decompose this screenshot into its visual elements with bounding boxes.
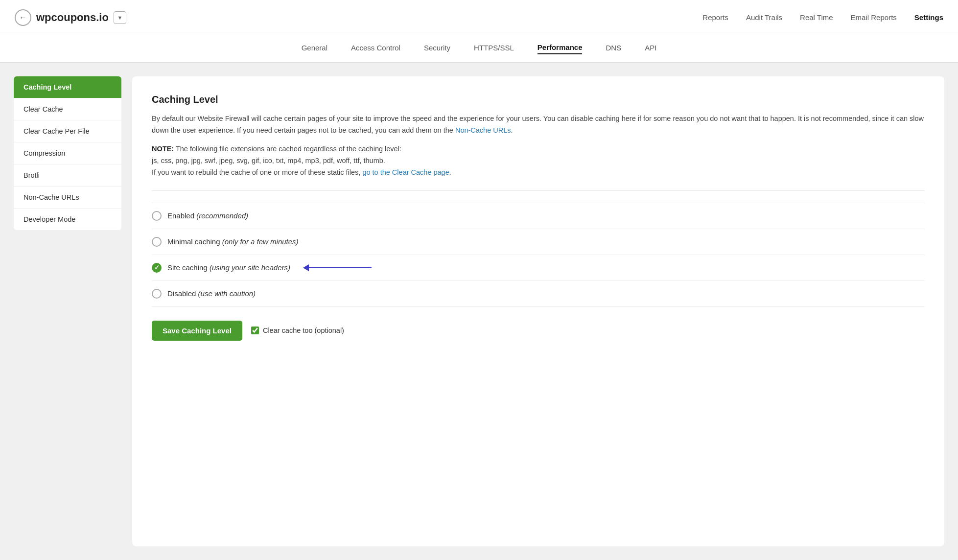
radio-enabled-indicator [152,211,162,221]
radio-site-caching[interactable]: Site caching (using your site headers) [152,255,925,281]
radio-minimal-label: Minimal caching (only for a few minutes) [167,237,299,246]
radio-site-caching-label: Site caching (using your site headers) [167,263,290,272]
site-dropdown-button[interactable]: ▼ [114,11,126,24]
header: ← wpcoupons.io ▼ Reports Audit Trails Re… [0,0,958,35]
section-divider [152,190,925,191]
nav-email-reports[interactable]: Email Reports [851,13,897,22]
sidebar-item-developer-mode[interactable]: Developer Mode [14,209,121,230]
tab-api[interactable]: API [645,44,656,54]
radio-enabled[interactable]: Enabled (recommended) [152,203,925,229]
clear-cache-checkbox-text: Clear cache too (optional) [263,327,344,334]
site-caching-arrow [303,264,372,271]
clear-cache-checkbox[interactable] [251,327,259,334]
radio-minimal-caching[interactable]: Minimal caching (only for a few minutes) [152,229,925,255]
radio-enabled-label: Enabled (recommended) [167,211,248,220]
tab-https-ssl[interactable]: HTTPS/SSL [474,44,514,54]
non-cache-urls-link[interactable]: Non-Cache URLs [455,126,511,134]
clear-cache-checkbox-label[interactable]: Clear cache too (optional) [251,327,344,334]
radio-site-caching-indicator [152,263,162,273]
main-layout: Caching Level Clear Cache Clear Cache Pe… [0,63,958,560]
nav-settings[interactable]: Settings [914,13,943,22]
tab-security[interactable]: Security [424,44,450,54]
arrow-line [308,267,372,268]
nav-real-time[interactable]: Real Time [800,13,833,22]
sidebar-item-brotli[interactable]: Brotli [14,164,121,187]
save-caching-level-button[interactable]: Save Caching Level [152,321,242,341]
radio-minimal-indicator [152,237,162,247]
sidebar-item-clear-cache[interactable]: Clear Cache [14,98,121,120]
tab-access-control[interactable]: Access Control [351,44,400,54]
sidebar-item-compression[interactable]: Compression [14,142,121,164]
tab-dns[interactable]: DNS [606,44,621,54]
header-left: ← wpcoupons.io ▼ [15,9,702,26]
sidebar: Caching Level Clear Cache Clear Cache Pe… [14,76,121,230]
content-note: NOTE: The following file extensions are … [152,143,925,179]
clear-cache-page-link[interactable]: go to the Clear Cache page [362,168,449,176]
sidebar-item-non-cache-urls[interactable]: Non-Cache URLs [14,187,121,209]
content-description: By default our Website Firewall will cac… [152,113,925,137]
tab-general[interactable]: General [302,44,327,54]
radio-disabled-label: Disabled (use with caution) [167,289,256,298]
nav-audit-trails[interactable]: Audit Trails [746,13,782,22]
header-nav: Reports Audit Trails Real Time Email Rep… [702,13,943,22]
sub-nav: General Access Control Security HTTPS/SS… [0,35,958,63]
nav-reports[interactable]: Reports [702,13,728,22]
save-row: Save Caching Level Clear cache too (opti… [152,321,925,341]
radio-disabled-indicator [152,289,162,299]
back-button[interactable]: ← [15,9,31,26]
site-title: wpcoupons.io [36,11,109,24]
sidebar-item-caching-level[interactable]: Caching Level [14,76,121,98]
sidebar-item-clear-cache-per-file[interactable]: Clear Cache Per File [14,120,121,142]
radio-disabled[interactable]: Disabled (use with caution) [152,281,925,307]
tab-performance[interactable]: Performance [537,43,583,54]
content-title: Caching Level [152,94,925,105]
content-panel: Caching Level By default our Website Fir… [132,76,944,546]
